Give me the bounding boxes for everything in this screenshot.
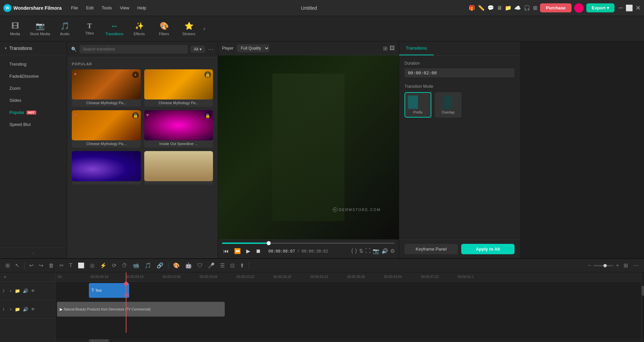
- nav-tools[interactable]: Tools: [98, 4, 115, 12]
- adjust-icon[interactable]: ⇅: [359, 248, 363, 254]
- grid-icon[interactable]: ⊞: [533, 5, 537, 11]
- zoom-out-icon[interactable]: －: [587, 262, 592, 269]
- sidebar-item-zoom[interactable]: Zoom: [3, 82, 64, 94]
- media-btn-media[interactable]: 🎞 Media: [3, 17, 27, 40]
- redo-icon[interactable]: ↪: [37, 261, 45, 270]
- cloud-icon[interactable]: ☁️: [514, 5, 521, 11]
- mode-overlap[interactable]: Overlap: [435, 92, 462, 118]
- motion-icon[interactable]: ⟳: [110, 261, 118, 270]
- color-icon[interactable]: 🎨: [171, 261, 182, 270]
- shield-icon[interactable]: 🛡: [195, 261, 205, 270]
- mark-in-icon[interactable]: {: [351, 248, 353, 254]
- add-track-btn[interactable]: ＋: [3, 274, 7, 280]
- auto-icon[interactable]: ⊡: [228, 261, 236, 270]
- transition-item-desert[interactable]: [144, 151, 213, 185]
- panel-collapse-btn[interactable]: ‹: [0, 248, 67, 258]
- folder-icon[interactable]: 📁: [505, 5, 512, 11]
- duration-input[interactable]: [405, 68, 515, 77]
- speed-icon[interactable]: ⏱: [120, 261, 129, 270]
- up-icon[interactable]: ⬆: [238, 261, 246, 270]
- group-icon[interactable]: ◎: [88, 261, 97, 270]
- toolbar-more-arrow[interactable]: ›: [202, 24, 207, 33]
- track-folder-icon-2[interactable]: 📁: [14, 288, 21, 294]
- apply-all-button[interactable]: Apply to All: [461, 244, 515, 254]
- media-btn-stickers[interactable]: ⭐ Stickers: [177, 17, 201, 40]
- stop-icon[interactable]: ⏹: [254, 247, 262, 256]
- h-scrollbar[interactable]: [55, 339, 641, 342]
- add-track-icon[interactable]: ⊞: [3, 261, 12, 270]
- text-tool-icon[interactable]: T: [67, 261, 74, 270]
- undo-icon[interactable]: ↩: [27, 261, 36, 270]
- link-icon[interactable]: 🔗: [155, 261, 165, 270]
- chat-icon[interactable]: 💬: [487, 5, 494, 11]
- box-icon[interactable]: ⬜: [76, 261, 87, 270]
- zoom-in-icon[interactable]: ＋: [615, 262, 620, 269]
- transition-item-cm2[interactable]: ♥ 🔒 Chinese Mythology Pa...: [144, 69, 213, 107]
- delete-icon[interactable]: 🗑: [47, 261, 56, 270]
- sidebar-item-fade[interactable]: Fade&Dissolve: [3, 70, 64, 82]
- nav-view[interactable]: View: [116, 4, 132, 12]
- media-btn-audio[interactable]: 🎵 Audio: [53, 17, 76, 40]
- mark-out-icon[interactable]: }: [355, 248, 357, 254]
- grid-view-icon[interactable]: ⊞: [383, 45, 387, 52]
- sidebar-item-slides[interactable]: Slides: [3, 94, 64, 106]
- video-clip-2[interactable]: ▶ Natural Beauty Products from Dermstore…: [57, 302, 225, 317]
- progress-handle[interactable]: [267, 241, 271, 245]
- avatar[interactable]: [574, 3, 584, 13]
- media-btn-titles[interactable]: T Titles: [78, 17, 101, 40]
- sidebar-item-popular[interactable]: Popular HOT: [3, 107, 64, 118]
- grid-layout-icon[interactable]: ⊞: [622, 261, 630, 270]
- zoom-slider[interactable]: [593, 265, 613, 266]
- screen-icon[interactable]: 🖥: [497, 5, 502, 11]
- track-volume-icon-2[interactable]: 🔊: [22, 288, 29, 294]
- media-btn-filters[interactable]: 🎨 Filters: [152, 17, 176, 40]
- more-options-icon[interactable]: ⋯: [208, 46, 214, 53]
- track-folder-icon-1[interactable]: 📁: [14, 306, 21, 313]
- maximize-icon[interactable]: ⬜: [626, 4, 633, 12]
- nav-file[interactable]: File: [68, 4, 82, 12]
- keyframe-panel-button[interactable]: Keyframe Panel: [405, 244, 458, 254]
- cut-icon[interactable]: ✂: [57, 261, 66, 270]
- play-icon[interactable]: ▶: [245, 247, 252, 256]
- image-view-icon[interactable]: 🖼: [389, 45, 395, 52]
- media-btn-transitions[interactable]: ↔ Transitions: [103, 17, 126, 40]
- scissors-icon[interactable]: ✂: [124, 291, 130, 300]
- minimize-icon[interactable]: ─: [619, 4, 623, 11]
- media-btn-stock[interactable]: 📷 Stock Media: [28, 17, 52, 40]
- add-icon[interactable]: +: [132, 71, 139, 78]
- transition-item-purple[interactable]: [72, 151, 141, 185]
- v-scrollbar[interactable]: [641, 272, 644, 342]
- nav-help[interactable]: Help: [134, 4, 150, 12]
- search-input[interactable]: [79, 45, 188, 54]
- media-btn-effects[interactable]: ✨ Effects: [127, 17, 151, 40]
- track-add-icon-1[interactable]: +: [9, 306, 13, 313]
- mic-icon[interactable]: 🎤: [206, 261, 217, 270]
- audio-track-icon[interactable]: 🎵: [143, 261, 153, 270]
- v-scrollbar-thumb[interactable]: [642, 286, 644, 296]
- go-to-start-icon[interactable]: ⏮: [222, 247, 230, 256]
- headphone-icon[interactable]: 🎧: [524, 5, 530, 11]
- list-icon[interactable]: ☰: [218, 261, 227, 270]
- track-eye-icon-2[interactable]: 👁: [30, 288, 36, 294]
- transition-item-speedline[interactable]: ♥ 🔒 Inside Out Speedline ...: [144, 110, 213, 148]
- audio-icon[interactable]: 🔊: [381, 248, 388, 254]
- export-button[interactable]: Export ▾: [586, 3, 614, 12]
- mode-prefix[interactable]: Prefix: [405, 92, 431, 118]
- panel-collapse-arrow[interactable]: ▾: [5, 46, 7, 51]
- settings-icon[interactable]: ⚙: [390, 248, 395, 254]
- select-tool-icon[interactable]: ↖: [13, 261, 21, 270]
- multicam-icon[interactable]: 📹: [130, 261, 141, 270]
- quality-select[interactable]: Full Quality: [237, 44, 269, 52]
- ai-icon[interactable]: ⚡: [98, 261, 109, 270]
- purchase-button[interactable]: Purchase: [540, 3, 572, 12]
- more-icon[interactable]: ⋯: [631, 261, 641, 270]
- track-eye-icon-1[interactable]: 👁: [30, 306, 36, 313]
- transition-item-cm1[interactable]: ♥ + Chinese Mythology Pa...: [72, 69, 141, 107]
- track-volume-icon-1[interactable]: 🔊: [22, 306, 29, 313]
- progress-bar[interactable]: [222, 243, 395, 244]
- sidebar-item-trending[interactable]: Trending: [3, 58, 64, 70]
- pen-icon[interactable]: ✏️: [478, 5, 485, 11]
- fullscreen-icon[interactable]: ⛶: [365, 248, 371, 254]
- h-scrollbar-thumb[interactable]: [89, 339, 109, 342]
- play-back-icon[interactable]: ⏪: [233, 247, 242, 256]
